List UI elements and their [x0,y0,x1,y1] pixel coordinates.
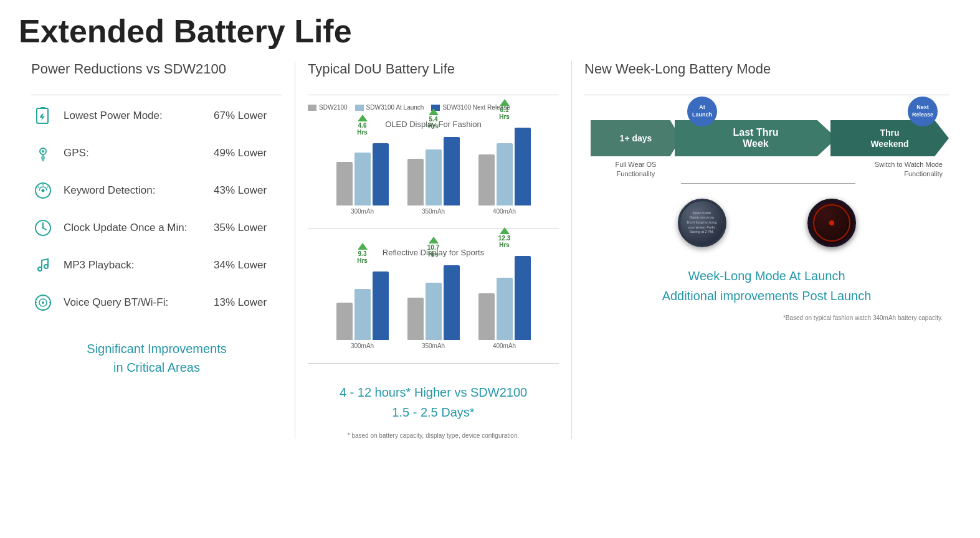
right-column: New Week-Long Battery Mode AtLaunch Next… [572,61,961,439]
gps-value: 49% Lower [214,147,282,159]
right-heading: New Week-Long Battery Mode [584,61,949,77]
battery-value: 67% Lower [214,110,282,122]
battery-icon [31,104,55,128]
sub-label-fullwear: Full Wear OSFunctionality [591,160,681,179]
metric-row-gps: GPS: 49% Lower [31,141,282,165]
middle-heading: Typical DoU Battery Life [308,61,559,77]
middle-footer: 4 - 12 hours* Higher vs SDW2100 1.5 - 2.… [308,382,559,422]
legend-sdw2100: SDW2100 [308,104,348,111]
sub-label-watchmode: Switch to Watch ModeFunctionality [824,160,949,179]
left-heading: Power Reductions vs SDW2100 [31,61,282,77]
metric-row-keyword: Keyword Detection: 43% Lower [31,179,282,202]
left-column: Power Reductions vs SDW2100 Lowest Power… [19,61,295,439]
clock-label: Clock Update Once a Min: [64,222,205,234]
mp3-label: MP3 Playback: [64,259,205,271]
right-footnote: *Based on typical fashion watch 340mAh b… [584,314,949,321]
voice-icon [31,291,55,314]
svg-line-7 [47,187,48,187]
keyword-label: Keyword Detection: [64,184,205,197]
badge-next-release: NextRelease [908,97,938,126]
right-footer: Week-Long Mode At Launch Additional impr… [584,266,949,306]
gps-icon [31,141,55,165]
clock-icon [31,216,55,240]
chart-oled: OLED Display For Fashion 4.6Hrs 300mAh [308,120,559,229]
arrow-seg-thruweekend: ThruWeekend [830,120,949,156]
mp3-value: 34% Lower [214,259,282,271]
svg-point-3 [42,150,44,153]
svg-point-5 [42,189,45,192]
voice-label: Voice Query BT/Wi-Fi: [64,296,205,309]
mp3-icon [31,253,55,277]
metric-row-mp3: MP3 Playback: 34% Lower [31,253,282,277]
battery-label: Lowest Power Mode: [64,110,205,122]
arrow-seg-1days: 1+ days [591,120,681,156]
metric-row-voice: Voice Query BT/Wi-Fi: 13% Lower [31,291,282,314]
watch-fashion: Kevin SmithGame tomorrowDon't forget to … [678,199,726,247]
page-title: Extended Battery Life [19,12,961,50]
metric-row-clock: Clock Update Once a Min: 35% Lower [31,216,282,240]
voice-value: 13% Lower [214,296,282,309]
keyword-value: 43% Lower [214,184,282,197]
legend-at-launch: SDW3100 At Launch [355,104,424,111]
svg-rect-1 [40,107,45,109]
gps-label: GPS: [64,147,205,159]
left-footer: Significant Improvements in Critical Are… [31,339,282,377]
chart-reflective: Reflective Display for Sports 9.3Hrs 300… [308,248,559,364]
middle-footnote: * based on battery capacity, display typ… [308,432,559,439]
clock-value: 35% Lower [214,222,282,234]
middle-column: Typical DoU Battery Life SDW2100 SDW3100… [295,61,572,439]
watch-sport [807,199,856,247]
svg-line-8 [38,187,39,187]
metric-row-battery: Lowest Power Mode: 67% Lower [31,104,282,128]
badge-at-launch: AtLaunch [687,97,717,126]
svg-point-12 [42,227,44,229]
keyword-icon [31,179,55,202]
svg-point-17 [42,301,44,304]
